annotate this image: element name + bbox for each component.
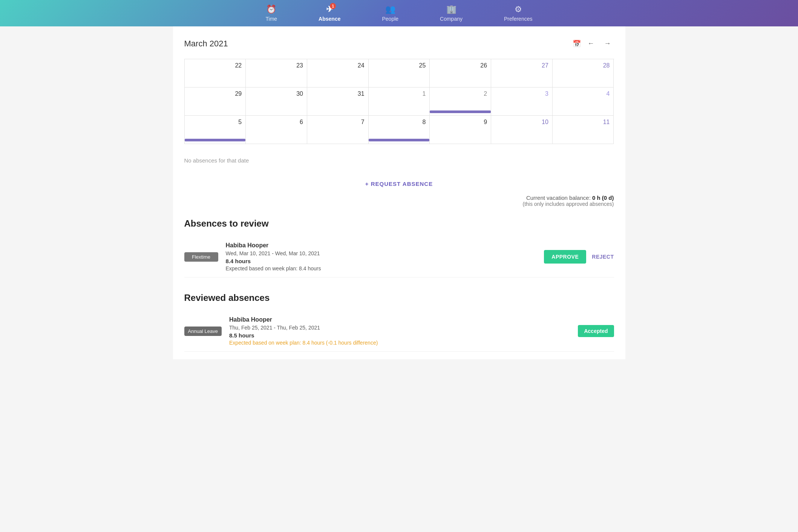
calendar-row-3: 5 6 7 8 9 10 11 — [185, 116, 614, 144]
nav-label-preferences: Preferences — [504, 16, 532, 22]
vacation-balance-sub: (this only includes approved absences) — [184, 201, 614, 207]
calendar-title: March 2021 — [184, 39, 228, 49]
reject-button[interactable]: REJECT — [592, 254, 614, 260]
nav-item-people[interactable]: 👥 People — [361, 0, 419, 26]
calendar-cell-11[interactable]: 11 — [553, 116, 614, 144]
calendar-grid-icon[interactable]: 📅 — [573, 40, 581, 48]
absence-actions-flextime: APPROVE REJECT — [544, 250, 614, 264]
absences-to-review-title: Absences to review — [184, 218, 614, 229]
absence-icon: ✈ 1 — [326, 5, 333, 14]
nav-item-absence[interactable]: ✈ 1 Absence — [298, 0, 361, 26]
company-icon: 🏢 — [446, 5, 456, 14]
event-bar-5 — [185, 139, 246, 141]
calendar-cell-28[interactable]: 28 — [553, 59, 614, 87]
request-absence-container: + REQUEST ABSENCE — [184, 181, 614, 187]
absence-expected-annual: Expected based on week plan: 8.4 hours (… — [229, 340, 570, 346]
nav-item-time[interactable]: ⏰ Time — [245, 0, 298, 26]
calendar-cell-29[interactable]: 29 — [185, 87, 246, 116]
absence-hours-flextime: 8.4 hours — [226, 258, 537, 264]
flextime-badge: Flextime — [184, 252, 218, 262]
nav-label-people: People — [382, 16, 398, 22]
request-absence-button[interactable]: + REQUEST ABSENCE — [365, 181, 433, 187]
absence-info-flextime: Habiba Hooper Wed, Mar 10, 2021 - Wed, M… — [226, 242, 537, 271]
calendar-cell-4-apr[interactable]: 4 — [553, 87, 614, 116]
absence-dates-flextime: Wed, Mar 10, 2021 - Wed, Mar 10, 2021 — [226, 250, 537, 256]
preferences-icon: ⚙ — [515, 5, 522, 14]
nav-label-time: Time — [266, 16, 277, 22]
prev-month-button[interactable]: ← — [585, 38, 597, 49]
absence-dates-annual: Thu, Feb 25, 2021 - Thu, Feb 25, 2021 — [229, 325, 570, 331]
no-absences-section: No absences for that date — [184, 144, 614, 177]
top-nav: ⏰ Time ✈ 1 Absence 👥 People 🏢 Company ⚙ … — [0, 0, 798, 26]
people-icon: 👥 — [385, 5, 395, 14]
absence-badge: 1 — [330, 3, 336, 9]
annual-leave-badge: Annual Leave — [184, 327, 222, 336]
nav-item-preferences[interactable]: ⚙ Preferences — [483, 0, 553, 26]
absence-info-annual: Habiba Hooper Thu, Feb 25, 2021 - Thu, F… — [229, 316, 570, 346]
reviewed-absences-title: Reviewed absences — [184, 293, 614, 303]
calendar-controls: 📅 ← → — [573, 38, 614, 49]
calendar-cell-6[interactable]: 6 — [246, 116, 307, 144]
calendar-cell-7[interactable]: 7 — [307, 116, 369, 144]
event-bar-apr2 — [430, 110, 491, 113]
vacation-balance-value: 0 h (0 d) — [592, 195, 614, 201]
calendar-row-2: 29 30 31 1 2 3 4 — [185, 87, 614, 116]
absence-card-annual-leave: Annual Leave Habiba Hooper Thu, Feb 25, … — [184, 311, 614, 352]
vacation-balance: Current vacation balance: 0 h (0 d) (thi… — [184, 195, 614, 207]
absence-actions-annual: Accepted — [578, 325, 614, 337]
calendar-cell-3-apr[interactable]: 3 — [491, 87, 553, 116]
absence-name-habiba-1: Habiba Hooper — [226, 242, 537, 249]
calendar-cell-26[interactable]: 26 — [430, 59, 491, 87]
calendar-cell-31[interactable]: 31 — [307, 87, 369, 116]
calendar-cell-10[interactable]: 10 — [491, 116, 553, 144]
vacation-balance-label: Current vacation balance: 0 h (0 d) — [526, 195, 614, 201]
calendar-cell-25[interactable]: 25 — [369, 59, 430, 87]
event-bar-8 — [369, 139, 430, 141]
absence-name-habiba-2: Habiba Hooper — [229, 316, 570, 323]
calendar-cell-5[interactable]: 5 — [185, 116, 246, 144]
calendar-cell-9[interactable]: 9 — [430, 116, 491, 144]
calendar-cell-2-apr[interactable]: 2 — [430, 87, 491, 116]
nav-items: ⏰ Time ✈ 1 Absence 👥 People 🏢 Company ⚙ … — [245, 0, 553, 26]
time-icon: ⏰ — [266, 5, 276, 14]
reviewed-absences-section: Reviewed absences Annual Leave Habiba Ho… — [184, 293, 614, 352]
absence-card-flextime: Flextime Habiba Hooper Wed, Mar 10, 2021… — [184, 236, 614, 277]
nav-label-company: Company — [440, 16, 463, 22]
calendar-cell-30[interactable]: 30 — [246, 87, 307, 116]
nav-label-absence: Absence — [319, 16, 340, 22]
calendar-header: March 2021 📅 ← → — [184, 34, 614, 53]
next-month-button[interactable]: → — [601, 38, 614, 49]
calendar-row-1: 22 23 24 25 26 27 28 — [185, 59, 614, 87]
calendar-cell-1-apr[interactable]: 1 — [369, 87, 430, 116]
absences-to-review-section: Absences to review Flextime Habiba Hoope… — [184, 218, 614, 277]
calendar-cell-23[interactable]: 23 — [246, 59, 307, 87]
calendar-cell-27[interactable]: 27 — [491, 59, 553, 87]
accepted-badge: Accepted — [578, 325, 614, 337]
absence-expected-flextime: Expected based on week plan: 8.4 hours — [226, 265, 537, 271]
main-content: March 2021 📅 ← → 22 23 24 25 26 27 28 29… — [173, 26, 625, 359]
calendar-cell-22[interactable]: 22 — [185, 59, 246, 87]
nav-item-company[interactable]: 🏢 Company — [419, 0, 483, 26]
calendar-cell-24[interactable]: 24 — [307, 59, 369, 87]
approve-button[interactable]: APPROVE — [544, 250, 586, 264]
calendar-cell-8[interactable]: 8 — [369, 116, 430, 144]
calendar-grid: 22 23 24 25 26 27 28 29 30 31 1 2 3 4 5 — [184, 59, 614, 144]
absence-hours-annual: 8.5 hours — [229, 332, 570, 339]
no-absences-text: No absences for that date — [184, 152, 614, 169]
